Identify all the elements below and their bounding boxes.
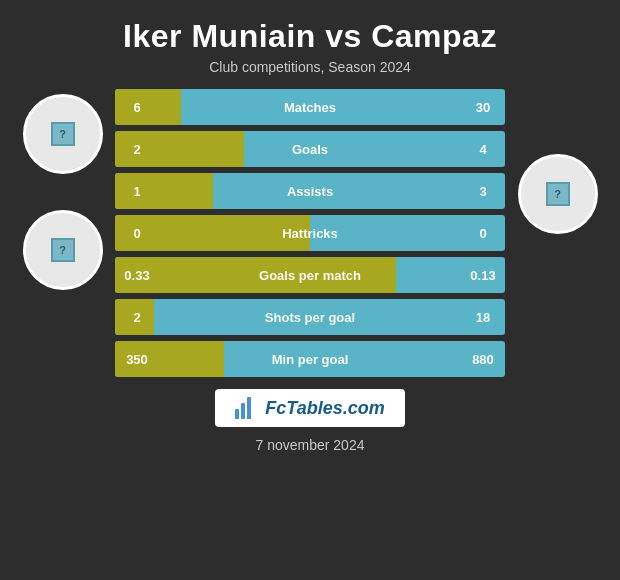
stat-row: 00Hattricks <box>115 215 505 251</box>
stat-left-value: 2 <box>115 131 159 167</box>
chart-bar-3 <box>247 397 251 419</box>
avatar-placeholder: ? <box>51 122 75 146</box>
stat-label: Goals <box>292 142 328 157</box>
stat-left-value: 350 <box>115 341 159 377</box>
stat-right-value: 4 <box>461 131 505 167</box>
stat-right-value: 18 <box>461 299 505 335</box>
stat-left-value: 1 <box>115 173 159 209</box>
stat-label: Matches <box>284 100 336 115</box>
stat-label: Assists <box>287 184 333 199</box>
player-left-column: ? ? <box>10 89 115 290</box>
chart-bar-1 <box>235 409 239 419</box>
comparison-area: ? ? 630Matches24Goals13Assists00Hattrick… <box>10 89 610 377</box>
stat-row: 350880Min per goal <box>115 341 505 377</box>
fctables-text: FcTables.com <box>265 398 384 419</box>
stats-column: 630Matches24Goals13Assists00Hattricks0.3… <box>115 89 505 377</box>
stat-row: 218Shots per goal <box>115 299 505 335</box>
stat-right-value: 0.13 <box>461 257 505 293</box>
stat-left-value: 0 <box>115 215 159 251</box>
stat-row: 630Matches <box>115 89 505 125</box>
stat-right-value: 30 <box>461 89 505 125</box>
avatar-placeholder-3: ? <box>546 182 570 206</box>
stat-label: Min per goal <box>272 352 349 367</box>
player-left-avatar-top: ? <box>23 94 103 174</box>
stat-label: Goals per match <box>259 268 361 283</box>
page-subtitle: Club competitions, Season 2024 <box>209 59 411 75</box>
stat-row: 13Assists <box>115 173 505 209</box>
chart-bar-2 <box>241 403 245 419</box>
avatar-placeholder-2: ? <box>51 238 75 262</box>
stat-row: 0.330.13Goals per match <box>115 257 505 293</box>
stat-label: Shots per goal <box>265 310 355 325</box>
chart-icon <box>235 397 257 419</box>
stat-label: Hattricks <box>282 226 338 241</box>
stat-right-value: 880 <box>461 341 505 377</box>
stat-left-value: 2 <box>115 299 159 335</box>
stat-row: 24Goals <box>115 131 505 167</box>
player-left-avatar-bottom: ? <box>23 210 103 290</box>
fctables-logo: FcTables.com <box>215 389 404 427</box>
page-container: Iker Muniain vs Campaz Club competitions… <box>0 0 620 580</box>
stat-left-value: 6 <box>115 89 159 125</box>
player-right-column: ? <box>505 89 610 234</box>
stat-right-value: 3 <box>461 173 505 209</box>
page-title: Iker Muniain vs Campaz <box>123 18 497 55</box>
stat-left-value: 0.33 <box>115 257 159 293</box>
player-right-avatar: ? <box>518 154 598 234</box>
footer-date: 7 november 2024 <box>256 437 365 453</box>
stat-right-value: 0 <box>461 215 505 251</box>
